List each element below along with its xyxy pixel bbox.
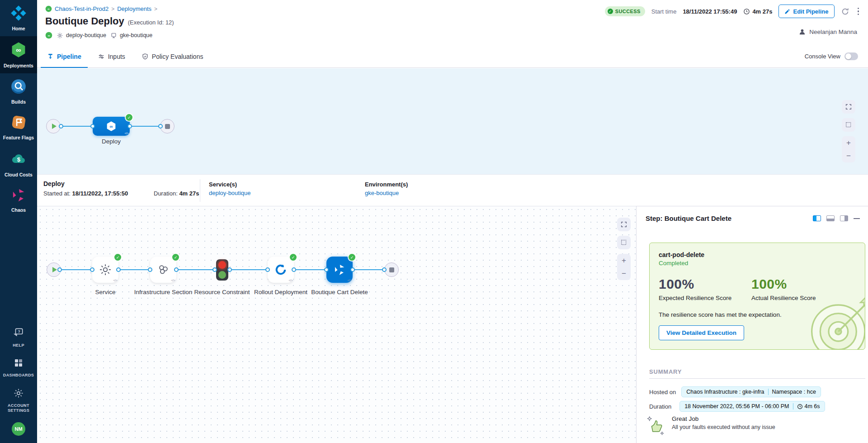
harness-logo-icon <box>10 5 27 23</box>
pencil-icon <box>784 9 790 14</box>
sidebar-item-deployments[interactable]: ∞ Deployments <box>0 36 37 73</box>
great-job-title: Great Job <box>672 415 775 422</box>
zoom-out-button[interactable]: − <box>617 267 631 280</box>
fullscreen-button[interactable] <box>617 218 631 231</box>
stage-node-deploy[interactable]: ∞ ✓ </> <box>93 117 130 136</box>
sidebar-item-label: HELP <box>13 343 24 348</box>
execution-id: (Execution Id: 12) <box>128 19 174 26</box>
template-icon: </> <box>171 279 175 282</box>
environment-link[interactable]: gke-boutique <box>365 190 408 196</box>
environments-label: Environment(s) <box>365 181 408 188</box>
sidebar-item-label: Chaos <box>11 207 26 213</box>
layout-bottom-panel-icon[interactable] <box>826 215 835 221</box>
user-name: Neelanjan Manna <box>809 29 857 35</box>
zoom-in-button[interactable]: + <box>617 254 631 267</box>
edge-port <box>90 267 94 272</box>
node-label: Infrastructure Section <box>132 288 195 297</box>
triggered-by-user[interactable]: Neelanjan Manna <box>798 28 857 36</box>
edge-port <box>174 267 179 272</box>
tab-policy-evaluations[interactable]: Policy Evaluations <box>135 45 210 67</box>
service-link[interactable]: deploy-boutique <box>209 190 251 196</box>
tab-pipeline[interactable]: Pipeline <box>41 45 88 67</box>
environment-tag-label: gke-boutique <box>120 32 152 38</box>
view-detailed-execution-button[interactable]: View Detailed Execution <box>659 325 744 340</box>
tab-inputs[interactable]: Inputs <box>91 45 132 67</box>
svg-text:∞: ∞ <box>47 7 50 10</box>
fit-to-screen-button[interactable] <box>617 236 631 249</box>
started-at-label: Started at: <box>43 190 71 197</box>
left-nav: Home ∞ Deployments Builds Feature Flags … <box>0 0 37 443</box>
play-icon <box>52 124 57 129</box>
stage-details-bar: Deploy Started at: 18/11/2022, 17:55:50 … <box>37 174 868 206</box>
more-options-button[interactable] <box>856 6 861 17</box>
gear-icon <box>13 388 24 400</box>
node-infrastructure-section[interactable]: ✓ </> <box>150 257 176 283</box>
person-icon <box>798 28 806 36</box>
fault-name: cart-pod-delete <box>659 251 856 258</box>
great-job-message: All your faults executed without any iss… <box>672 424 775 430</box>
hosted-on-chip: Chaos Infrastructure : gke-infra Namespa… <box>681 386 821 397</box>
node-label: Resource Constraint <box>190 288 254 297</box>
template-icon: </> <box>113 279 117 282</box>
stage-graph-canvas[interactable]: ∞ ✓ </> Deploy + − <box>37 68 868 174</box>
feature-flags-icon <box>11 114 27 132</box>
gear-icon <box>99 263 112 276</box>
duration-range-value: 18 November 2022, 05:56 PM - 06:00 PM <box>684 403 789 410</box>
execution-graph-canvas[interactable]: ✓ </> Service ✓ </> Infrastructure Secti… <box>37 206 636 443</box>
sidebar-item-feature-flags[interactable]: Feature Flags <box>0 110 37 145</box>
sidebar-item-account-settings[interactable]: ACCOUNT SETTINGS <box>0 383 37 418</box>
target-dart-illustration <box>805 292 865 350</box>
layout-right-collapsed-icon[interactable] <box>840 215 848 221</box>
layout-right-panel-icon[interactable] <box>813 215 821 221</box>
actual-resilience-score: 100% <box>751 276 844 292</box>
sidebar-item-label: ACCOUNT SETTINGS <box>4 403 33 414</box>
zoom-in-button[interactable]: + <box>842 136 855 149</box>
breadcrumb-deployments-link[interactable]: Deployments <box>117 5 151 12</box>
edge-port <box>57 267 62 272</box>
node-resource-constraint[interactable] <box>216 259 228 281</box>
success-badge-icon: ✓ <box>172 254 179 261</box>
edge-port <box>292 267 296 272</box>
refresh-icon <box>841 7 849 16</box>
zoom-out-button[interactable]: − <box>842 149 855 162</box>
user-avatar[interactable]: NM <box>12 422 25 436</box>
node-label: Boutique Cart Delete <box>308 288 371 297</box>
edge-port <box>212 267 217 272</box>
minimize-panel-button[interactable] <box>854 218 860 219</box>
sidebar-item-label: Cloud Costs <box>5 172 33 178</box>
node-label: Rollout Deployment <box>249 288 312 297</box>
sidebar-item-dashboards[interactable]: DASHBOARDS <box>0 352 37 382</box>
node-rollout-deployment[interactable]: ✓ </> <box>268 257 294 283</box>
main-area: ∞ Chaos-Test-in-Prod2 > Deployments > Bo… <box>37 0 868 443</box>
success-badge-icon: ✓ <box>349 254 355 261</box>
edge-port <box>59 124 63 129</box>
started-at-value: 18/11/2022, 17:55:50 <box>72 190 128 197</box>
chip-divider <box>768 389 769 395</box>
check-icon: ✓ <box>608 9 613 14</box>
success-badge-icon: ✓ <box>290 254 297 261</box>
sidebar-item-cloud-costs[interactable]: $ Cloud Costs <box>0 146 37 182</box>
edit-pipeline-button[interactable]: Edit Pipeline <box>778 5 834 18</box>
expected-resilience-score: 100% <box>659 276 751 292</box>
fault-status: Completed <box>659 260 856 267</box>
fit-to-screen-button[interactable] <box>842 118 855 132</box>
summary-duration-label: Duration <box>649 403 671 410</box>
fullscreen-button[interactable] <box>842 100 855 114</box>
node-service[interactable]: ✓ </> <box>92 257 118 283</box>
sidebar-item-builds[interactable]: Builds <box>0 73 37 110</box>
sidebar-item-help[interactable]: ? HELP <box>0 322 37 352</box>
sidebar-item-chaos[interactable]: Chaos <box>0 182 37 218</box>
pipeline-icon <box>47 53 54 60</box>
breadcrumb: ∞ Chaos-Test-in-Prod2 > Deployments > <box>45 5 157 12</box>
sidebar-item-home[interactable]: Home <box>0 0 37 36</box>
breadcrumb-separator: > <box>154 6 157 12</box>
node-boutique-cart-delete[interactable]: ✓ </> <box>326 257 353 283</box>
divider <box>649 378 865 379</box>
builds-icon <box>10 78 27 96</box>
console-view-toggle[interactable] <box>844 52 858 60</box>
refresh-button[interactable] <box>841 7 849 16</box>
duration-badge: 4m 27s <box>743 8 772 15</box>
sidebar-item-label: Builds <box>11 99 26 105</box>
breadcrumb-project-link[interactable]: Chaos-Test-in-Prod2 <box>55 5 108 12</box>
namespace-value: Namespace : hce <box>772 389 816 395</box>
